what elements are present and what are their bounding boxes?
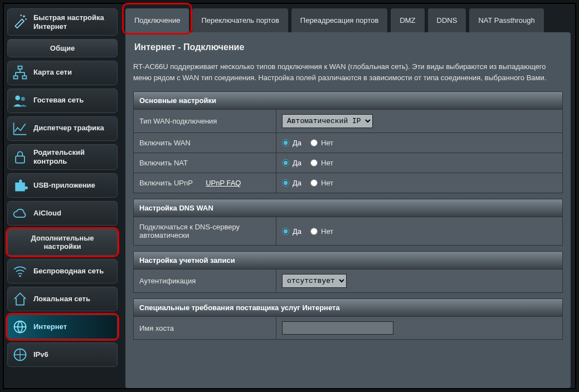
sidebar-item-guest-network[interactable]: Гостевая сеть — [7, 89, 118, 113]
enable-wan-label: Включить WAN — [134, 133, 276, 153]
wan-type-label: Тип WAN-подключения — [134, 110, 276, 133]
sidebar-item-usb-app[interactable]: USB-приложение — [7, 173, 118, 198]
svg-point-7 — [21, 97, 25, 101]
section-head-account: Настройка учетной записи — [133, 251, 563, 270]
auto-dns-yes[interactable] — [282, 228, 289, 235]
enable-nat-yes[interactable] — [282, 159, 289, 166]
main-content: Подключение Переключатель портов Переадр… — [121, 4, 575, 388]
svg-point-2 — [20, 14, 22, 16]
enable-wan-yes[interactable] — [282, 139, 289, 146]
enable-wan-no[interactable] — [310, 139, 318, 146]
sidebar-item-label: Интернет — [33, 322, 67, 331]
auth-label: Аутентификация — [134, 270, 276, 292]
sidebar-item-label: IPv6 — [33, 350, 48, 359]
section-head-special: Специальные требования поставщика услуг … — [133, 298, 563, 317]
auto-dns-label: Подключаться к DNS-серверу автоматически — [134, 217, 276, 245]
tab-nat-passthrough[interactable]: NAT Passthrough — [469, 8, 543, 32]
sidebar-item-label: AiCloud — [33, 209, 61, 218]
enable-upnp-no[interactable] — [310, 179, 318, 187]
section-dns: Настройка DNS WAN Подключаться к DNS-сер… — [133, 199, 563, 246]
upnp-faq-link[interactable]: UPnP FAQ — [206, 179, 241, 187]
quick-setup-label: Быстрая настройка Интернет — [33, 13, 113, 32]
enable-upnp-radio[interactable]: ДаНет — [282, 179, 333, 187]
enable-upnp-yes[interactable] — [282, 179, 289, 187]
section-head-basic: Основные настройки — [133, 91, 563, 110]
page-description: RT-AC66U поддерживает несколько типов по… — [133, 61, 563, 84]
sidebar-item-lan[interactable]: Локальная сеть — [7, 287, 118, 311]
sidebar-item-label: Карта сети — [33, 68, 72, 77]
svg-rect-3 — [18, 66, 22, 68]
wand-icon — [12, 13, 28, 29]
sidebar-item-aicloud[interactable]: AiCloud — [7, 201, 118, 226]
section-basic: Основные настройки Тип WAN-подключения А… — [133, 91, 563, 193]
enable-nat-radio[interactable]: ДаНет — [282, 159, 333, 167]
sidebar-item-wireless[interactable]: Беспроводная сеть — [7, 259, 118, 283]
cloud-icon — [12, 205, 28, 221]
page-title: Интернет - Подключение — [134, 42, 563, 52]
tab-port-trigger[interactable]: Переключатель портов — [192, 8, 288, 32]
sidebar-section-advanced: Дополнительные настройки — [7, 229, 118, 256]
tab-connection[interactable]: Подключение — [125, 8, 189, 32]
sidebar-item-label: USB-приложение — [33, 181, 95, 190]
svg-point-9 — [19, 275, 21, 277]
sidebar-item-parental-control[interactable]: Родительский контроль — [7, 144, 118, 170]
enable-wan-radio[interactable]: ДаНет — [282, 139, 333, 147]
svg-point-0 — [23, 16, 25, 18]
host-input[interactable] — [282, 321, 393, 335]
auto-dns-no[interactable] — [310, 228, 318, 235]
enable-upnp-label: Включить UPnP UPnP FAQ — [134, 173, 276, 193]
enable-nat-label: Включить NAT — [134, 153, 276, 173]
home-icon — [12, 291, 28, 307]
section-account: Настройка учетной записи Аутентификация … — [133, 251, 563, 293]
section-special: Специальные требования поставщика услуг … — [133, 298, 563, 340]
enable-nat-no[interactable] — [310, 159, 318, 166]
tab-port-forward[interactable]: Переадресация портов — [291, 8, 388, 32]
svg-rect-5 — [22, 76, 26, 79]
tabs: Подключение Переключатель портов Переадр… — [121, 8, 571, 32]
sidebar-item-network-map[interactable]: Карта сети — [7, 61, 118, 85]
sidebar-item-traffic-manager[interactable]: Диспетчер трафика — [7, 116, 118, 141]
sidebar-item-label: Беспроводная сеть — [33, 267, 104, 276]
lock-icon — [12, 149, 28, 165]
sidebar-item-label: Локальная сеть — [33, 295, 90, 303]
sidebar-section-general: Общие — [7, 39, 118, 57]
sidebar-item-label: Родительский контроль — [33, 148, 113, 166]
network-map-icon — [12, 65, 28, 81]
quick-internet-setup[interactable]: Быстрая настройка Интернет — [7, 8, 118, 36]
users-icon — [12, 93, 28, 109]
svg-point-1 — [25, 18, 27, 20]
sidebar: Быстрая настройка Интернет Общие Карта с… — [4, 4, 121, 388]
svg-rect-4 — [14, 76, 18, 79]
host-label: Имя хоста — [134, 317, 276, 339]
sidebar-item-label: Гостевая сеть — [33, 96, 84, 105]
sidebar-item-internet[interactable]: Интернет — [7, 315, 118, 339]
tab-dmz[interactable]: DMZ — [391, 8, 424, 32]
globe-icon — [12, 319, 28, 335]
wifi-icon — [12, 263, 28, 279]
chart-icon — [12, 121, 28, 136]
sidebar-item-ipv6[interactable]: IPv6 — [7, 342, 118, 367]
panel: Интернет - Подключение RT-AC66U поддержи… — [125, 32, 571, 388]
svg-point-6 — [15, 95, 20, 100]
sidebar-item-label: Диспетчер трафика — [33, 124, 104, 133]
svg-rect-8 — [16, 156, 25, 163]
auto-dns-radio[interactable]: ДаНет — [282, 227, 333, 236]
puzzle-icon — [12, 178, 28, 193]
section-head-dns: Настройка DNS WAN — [133, 199, 563, 217]
ipv6-icon — [12, 347, 28, 362]
wan-type-select[interactable]: Автоматический IP — [282, 114, 373, 128]
auth-select[interactable]: отсутствует — [282, 274, 347, 288]
tab-ddns[interactable]: DDNS — [428, 8, 466, 32]
